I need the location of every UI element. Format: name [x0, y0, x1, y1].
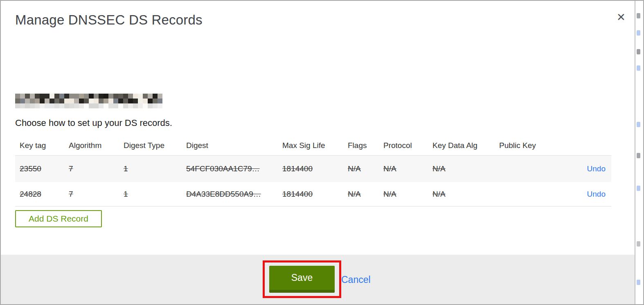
table-cell: 23550 [20, 164, 69, 173]
background-page-fragment [637, 13, 640, 18]
column-header: Protocol [383, 141, 432, 150]
column-header: Digest [186, 141, 282, 150]
dnssec-modal: Manage DNSSEC DS Records ✕ Choose how to… [1, 1, 635, 304]
table-cell: N/A [348, 164, 383, 173]
column-header: Max Sig Life [282, 141, 348, 150]
undo-link[interactable]: Undo [587, 190, 606, 198]
background-page-fragment [637, 186, 640, 191]
table-row: 235507154FCF030AA1C79…1814400N/AN/AN/AUn… [15, 155, 611, 182]
table-cell: D4A33E8DD550A9… [186, 190, 282, 199]
column-header: Key tag [20, 141, 69, 150]
ds-records-table: Key tagAlgorithmDigest TypeDigestMax Sig… [15, 136, 611, 206]
background-page-fragment [637, 280, 640, 285]
column-header: Digest Type [124, 141, 186, 150]
background-page-fragment [637, 153, 640, 158]
modal-title: Manage DNSSEC DS Records [15, 12, 203, 28]
column-header: Flags [348, 141, 383, 150]
background-page-fragment [637, 65, 640, 71]
table-cell: 54FCF030AA1C79… [186, 164, 282, 173]
instruction-text: Choose how to set up your DS records. [15, 118, 172, 128]
table-cell: 24828 [20, 190, 69, 199]
table-cell-actions: Undo [573, 190, 606, 199]
modal-footer: Save Cancel [1, 255, 635, 304]
table-cell: N/A [432, 164, 499, 173]
redacted-domain [15, 94, 162, 108]
table-header-row: Key tagAlgorithmDigest TypeDigestMax Sig… [15, 136, 611, 155]
table-cell: N/A [432, 190, 499, 199]
column-header: Public Key [499, 141, 573, 150]
table-cell: N/A [383, 164, 432, 173]
table-body: 235507154FCF030AA1C79…1814400N/AN/AN/AUn… [15, 155, 611, 206]
save-button[interactable]: Save [269, 266, 335, 293]
background-page-fragment [637, 49, 640, 54]
add-ds-record-button[interactable]: Add DS Record [15, 210, 102, 227]
background-page-fragment [637, 241, 640, 247]
table-cell: 7 [69, 190, 124, 199]
cancel-link[interactable]: Cancel [341, 274, 371, 285]
column-header: Key Data Alg [432, 141, 499, 150]
screenshot-root: Manage DNSSEC DS Records ✕ Choose how to… [0, 0, 644, 305]
background-page-fragment [637, 122, 640, 127]
column-header: Algorithm [69, 141, 124, 150]
table-cell: N/A [348, 190, 383, 199]
background-page-strip [636, 1, 644, 304]
table-row: 2482871D4A33E8DD550A9…1814400N/AN/AN/AUn… [15, 182, 611, 206]
background-page-fragment [637, 30, 640, 36]
table-cell: 7 [69, 164, 124, 173]
table-cell: 1814400 [282, 190, 348, 199]
table-cell: N/A [383, 190, 432, 199]
annotation-highlight-box: Save [263, 260, 341, 298]
table-cell: 1 [124, 190, 186, 199]
table-cell: 1814400 [282, 164, 348, 173]
undo-link[interactable]: Undo [587, 164, 606, 173]
close-icon[interactable]: ✕ [614, 10, 628, 25]
table-cell: 1 [124, 164, 186, 173]
table-cell-actions: Undo [573, 164, 606, 173]
